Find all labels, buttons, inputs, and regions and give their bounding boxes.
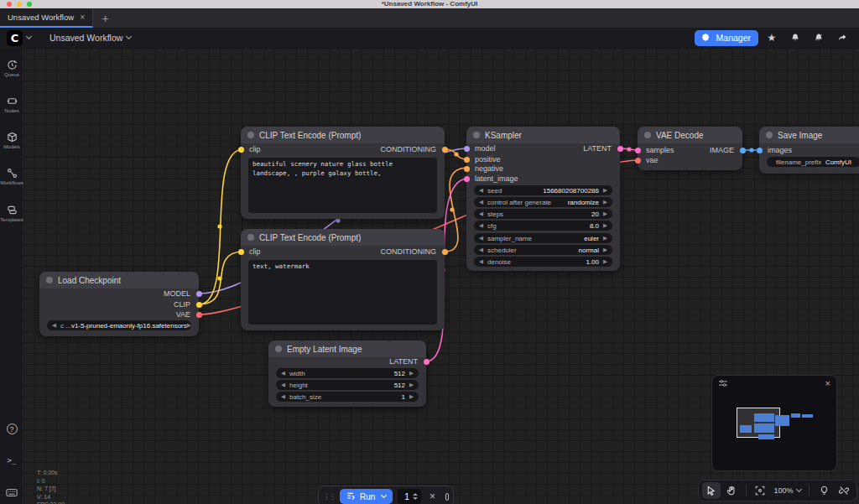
increment-arrow-icon[interactable]: ▶: [187, 323, 191, 329]
output-port-latent[interactable]: [424, 359, 430, 365]
minimap-settings-icon[interactable]: [718, 376, 728, 391]
logo-menu-chevron-icon[interactable]: [26, 34, 32, 39]
manager-button[interactable]: Manager: [695, 30, 758, 46]
share-icon[interactable]: [832, 30, 852, 46]
node-header[interactable]: VAE Decode: [638, 127, 742, 143]
stepper-arrows-icon[interactable]: [413, 493, 418, 500]
widget-steps[interactable]: ◀ steps 20 ▶: [474, 209, 612, 219]
node-clip-text-encode-negative[interactable]: CLIP Text Encode (Prompt) clip CONDITION…: [241, 229, 445, 330]
workflow-name-menu[interactable]: Unsaved Workflow: [49, 33, 131, 43]
input-port-samples[interactable]: [635, 148, 641, 153]
output-port-image[interactable]: [740, 148, 746, 153]
star-icon[interactable]: ★: [762, 30, 782, 46]
node-header[interactable]: CLIP Text Encode (Prompt): [241, 229, 445, 246]
node-header[interactable]: Empty Latent Image: [268, 340, 426, 357]
node-save-image[interactable]: Save Image images filename_prefix ComfyU…: [759, 127, 859, 174]
drag-handle-icon[interactable]: ⋮⋮: [323, 492, 335, 501]
shortcuts-button[interactable]: [0, 488, 23, 497]
node-header[interactable]: Load Checkpoint: [39, 272, 199, 288]
output-port-conditioning[interactable]: [442, 147, 448, 153]
prompt-text-area[interactable]: text, watermark: [248, 260, 437, 325]
terminal-button[interactable]: >_: [0, 456, 23, 465]
output-port-latent[interactable]: [617, 146, 623, 152]
comfyui-logo[interactable]: C: [7, 30, 23, 46]
node-header[interactable]: CLIP Text Encode (Prompt): [241, 127, 445, 143]
select-tool-button[interactable]: [702, 482, 721, 499]
input-port-clip[interactable]: [238, 249, 244, 255]
input-port-model[interactable]: [464, 146, 470, 152]
widget-height[interactable]: ◀ height 512 ▶: [276, 380, 419, 390]
close-window-button[interactable]: [7, 2, 12, 7]
widget-width[interactable]: ◀ width 512 ▶: [276, 368, 419, 378]
collapse-dot-icon[interactable]: [766, 132, 773, 138]
increment-arrow-icon[interactable]: ▶: [603, 188, 607, 194]
increment-arrow-icon[interactable]: ▶: [603, 247, 607, 253]
node-header[interactable]: Save Image: [759, 127, 859, 143]
output-port-model[interactable]: [196, 291, 202, 297]
sidebar-item-workflows[interactable]: Workflows: [0, 168, 23, 185]
stop-icon[interactable]: [445, 493, 449, 501]
collapse-dot-icon[interactable]: [275, 346, 282, 352]
input-port-negative[interactable]: [464, 166, 470, 172]
collapse-dot-icon[interactable]: [644, 132, 651, 138]
zoom-level-dropdown[interactable]: 100%: [771, 486, 804, 495]
node-empty-latent-image[interactable]: Empty Latent Image LATENT ◀ width 512 ▶ …: [268, 340, 426, 407]
widget-cfg[interactable]: ◀ cfg 8.0 ▶: [474, 221, 612, 231]
input-port-positive[interactable]: [464, 157, 470, 163]
decrement-arrow-icon[interactable]: ◀: [479, 247, 483, 253]
run-button[interactable]: Run: [340, 489, 393, 504]
run-options-chevron-icon[interactable]: [381, 492, 387, 498]
minimap-panel[interactable]: ×: [711, 375, 837, 471]
tab-close-icon[interactable]: ×: [80, 13, 85, 22]
decrement-arrow-icon[interactable]: ◀: [281, 382, 285, 388]
increment-arrow-icon[interactable]: ▶: [409, 371, 414, 377]
widget-ckpt-name[interactable]: ◀ c ... v1-5-pruned-emaonly-fp16.safeten…: [47, 320, 191, 330]
decrement-arrow-icon[interactable]: ◀: [281, 394, 285, 400]
input-port-images[interactable]: [757, 148, 763, 153]
decrement-arrow-icon[interactable]: ◀: [479, 259, 483, 265]
hint-lightbulb-button[interactable]: [815, 482, 833, 499]
widget-denoise[interactable]: ◀ denoise 1.00 ▶: [474, 257, 612, 267]
increment-arrow-icon[interactable]: ▶: [603, 236, 607, 242]
decrement-arrow-icon[interactable]: ◀: [479, 188, 483, 194]
widget-seed[interactable]: ◀ seed 156680208700286 ▶: [474, 185, 612, 195]
node-clip-text-encode-positive[interactable]: CLIP Text Encode (Prompt) clip CONDITION…: [241, 127, 445, 219]
widget-scheduler[interactable]: ◀ scheduler normal ▶: [474, 245, 612, 255]
node-load-checkpoint[interactable]: Load Checkpoint MODEL CLIP VAE ◀ c ... v…: [39, 272, 199, 336]
decrement-arrow-icon[interactable]: ◀: [479, 236, 483, 242]
collapse-dot-icon[interactable]: [247, 132, 254, 138]
decrement-arrow-icon[interactable]: ◀: [479, 211, 483, 217]
notification-bell-alt-icon[interactable]: [809, 30, 829, 46]
increment-arrow-icon[interactable]: ▶: [603, 211, 607, 217]
minimize-window-button[interactable]: [17, 2, 22, 7]
decrement-arrow-icon[interactable]: ◀: [479, 223, 483, 229]
tab-unsaved-workflow[interactable]: Unsaved Workflow ×: [0, 8, 93, 28]
collapse-dot-icon[interactable]: [473, 132, 480, 138]
help-button[interactable]: ?: [0, 423, 23, 434]
widget-control-after-generate[interactable]: ◀ control after generate randomize ▶: [474, 197, 612, 207]
decrement-arrow-icon[interactable]: ◀: [281, 371, 285, 377]
decrement-arrow-icon[interactable]: ◀: [479, 200, 483, 205]
batch-count-stepper[interactable]: 1: [398, 489, 421, 504]
decrement-arrow-icon[interactable]: ◀: [52, 323, 56, 329]
input-port-latent-image[interactable]: [464, 176, 470, 182]
collapse-dot-icon[interactable]: [46, 277, 53, 283]
input-port-clip[interactable]: [238, 147, 244, 153]
notification-bell-icon[interactable]: [785, 30, 805, 46]
node-vae-decode[interactable]: VAE Decode samples IMAGE vae: [638, 127, 742, 170]
output-port-conditioning[interactable]: [442, 249, 448, 255]
increment-arrow-icon[interactable]: ▶: [409, 382, 414, 388]
fit-view-button[interactable]: [752, 482, 770, 499]
sidebar-item-models[interactable]: Models: [0, 132, 23, 149]
zoom-window-button[interactable]: [27, 2, 32, 7]
increment-arrow-icon[interactable]: ▶: [603, 200, 607, 205]
sidebar-item-queue[interactable]: Queue: [0, 60, 23, 77]
prompt-text-area[interactable]: beautiful scenery nature glass bottle la…: [248, 158, 437, 213]
collapse-dot-icon[interactable]: [247, 234, 254, 241]
toggle-links-button[interactable]: [835, 482, 853, 499]
minimap-viewport[interactable]: [737, 408, 780, 438]
pan-tool-button[interactable]: [722, 482, 741, 499]
traffic-lights[interactable]: [7, 2, 32, 7]
increment-arrow-icon[interactable]: ▶: [409, 394, 414, 400]
output-port-vae[interactable]: [196, 312, 202, 318]
